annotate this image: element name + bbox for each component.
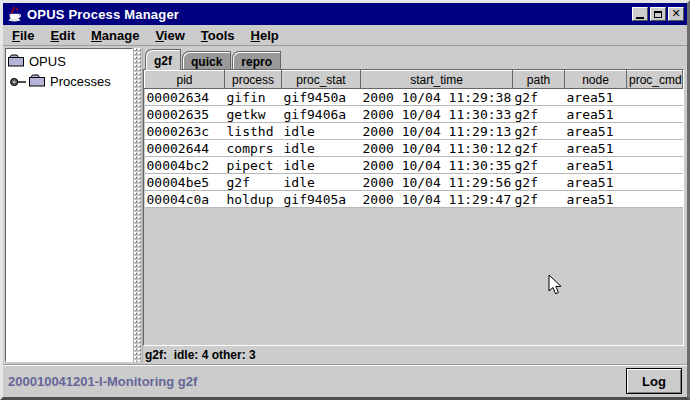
- tree-item-label: Processes: [50, 74, 111, 89]
- split-pane-divider[interactable]: [133, 48, 143, 362]
- column-header-path[interactable]: path: [513, 71, 565, 89]
- table-row[interactable]: 00004be5g2fidle2000 10/04 11:29:56g2fare…: [145, 174, 683, 191]
- table-row[interactable]: 00004bc2pipectidle2000 10/04 11:30:35g2f…: [145, 157, 683, 174]
- table-row[interactable]: 00002634gifingif9450a2000 10/04 11:29:38…: [145, 89, 683, 106]
- tab-quick[interactable]: quick: [182, 51, 231, 69]
- column-header-start_time[interactable]: start_time: [361, 71, 513, 89]
- tree-item-opus[interactable]: OPUS: [8, 53, 130, 70]
- table-cell: idle: [282, 157, 361, 174]
- main-content: OPUS Processes: [3, 46, 687, 364]
- table-cell: [627, 123, 683, 140]
- table-cell: [627, 191, 683, 208]
- java-cup-icon: [6, 5, 24, 23]
- table-cell: gifin: [225, 89, 282, 106]
- process-panel: g2fquickrepro pidprocessproc_statstart_t…: [143, 48, 684, 364]
- process-table: pidprocessproc_statstart_timepathnodepro…: [144, 70, 683, 208]
- table-cell: 00002634: [145, 89, 225, 106]
- title-bar: OPUS Process Manager ✕: [3, 3, 687, 25]
- table-cell: comprs: [225, 140, 282, 157]
- table-cell: 00002635: [145, 106, 225, 123]
- table-cell: 2000 10/04 11:30:35: [361, 157, 513, 174]
- table-row[interactable]: 00002644comprsidle2000 10/04 11:30:12g2f…: [145, 140, 683, 157]
- table-cell: 2000 10/04 11:30:12: [361, 140, 513, 157]
- table-row[interactable]: 00004c0aholdupgif9405a2000 10/04 11:29:4…: [145, 191, 683, 208]
- tree-expander-icon[interactable]: [10, 77, 27, 87]
- column-header-proc_cmd[interactable]: proc_cmd: [627, 71, 683, 89]
- tab-g2f[interactable]: g2f: [145, 49, 181, 70]
- menu-item-tools[interactable]: Tools: [196, 26, 244, 45]
- window-controls: ✕: [632, 7, 684, 21]
- window-title: OPUS Process Manager: [27, 7, 179, 22]
- table-cell: gif9450a: [282, 89, 361, 106]
- table-cell: area51: [565, 123, 627, 140]
- table-cell: g2f: [513, 140, 565, 157]
- minimize-icon: [636, 17, 644, 19]
- table-cell: gif9406a: [282, 106, 361, 123]
- table-cell: area51: [565, 89, 627, 106]
- folder-icon: [8, 54, 25, 70]
- table-row[interactable]: 0000263clisthdidle2000 10/04 11:29:13g2f…: [145, 123, 683, 140]
- table-cell: g2f: [513, 123, 565, 140]
- table-cell: 00004c0a: [145, 191, 225, 208]
- table-cell: 2000 10/04 11:29:47: [361, 191, 513, 208]
- menu-item-help[interactable]: Help: [246, 26, 288, 45]
- table-cell: g2f: [225, 174, 282, 191]
- table-cell: 00004bc2: [145, 157, 225, 174]
- table-cell: 2000 10/04 11:29:56: [361, 174, 513, 191]
- table-cell: getkw: [225, 106, 282, 123]
- table-row[interactable]: 00002635getkwgif9406a2000 10/04 11:30:33…: [145, 106, 683, 123]
- table-cell: g2f: [513, 174, 565, 191]
- table-cell: 2000 10/04 11:30:33: [361, 106, 513, 123]
- menu-item-edit[interactable]: Edit: [45, 26, 84, 45]
- table-cell: area51: [565, 157, 627, 174]
- table-cell: 2000 10/04 11:29:38: [361, 89, 513, 106]
- tree-item-processes[interactable]: Processes: [8, 73, 130, 90]
- summary-line: g2f: idle: 4 other: 3: [143, 346, 684, 364]
- status-bar: 200010041201-I-Monitoring g2f Log: [3, 364, 687, 397]
- column-header-process[interactable]: process: [225, 71, 282, 89]
- table-cell: 0000263c: [145, 123, 225, 140]
- column-header-node[interactable]: node: [565, 71, 627, 89]
- table-cell: g2f: [513, 191, 565, 208]
- table-cell: area51: [565, 174, 627, 191]
- maximize-icon: [654, 11, 662, 18]
- tree-panel: OPUS Processes: [5, 48, 133, 362]
- table-cell: [627, 140, 683, 157]
- table-cell: idle: [282, 140, 361, 157]
- table-cell: holdup: [225, 191, 282, 208]
- table-cell: [627, 89, 683, 106]
- minimize-button[interactable]: [632, 7, 648, 21]
- table-header-row: pidprocessproc_statstart_timepathnodepro…: [145, 71, 683, 89]
- table-cell: area51: [565, 191, 627, 208]
- table-cell: g2f: [513, 157, 565, 174]
- table-cell: pipect: [225, 157, 282, 174]
- app-window: OPUS Process Manager ✕ FileEditManageVie…: [0, 0, 690, 400]
- tab-repro[interactable]: repro: [232, 51, 281, 69]
- menu-item-file[interactable]: File: [7, 26, 43, 45]
- menu-bar: FileEditManageViewToolsHelp: [3, 25, 687, 46]
- tree-item-label: OPUS: [29, 54, 66, 69]
- folder-icon: [29, 74, 46, 90]
- menu-item-view[interactable]: View: [150, 26, 193, 45]
- table-cell: listhd: [225, 123, 282, 140]
- table-cell: 2000 10/04 11:29:13: [361, 123, 513, 140]
- close-icon: ✕: [671, 9, 680, 19]
- table-cell: gif9405a: [282, 191, 361, 208]
- table-cell: g2f: [513, 89, 565, 106]
- tab-strip: g2fquickrepro: [143, 48, 684, 69]
- column-header-pid[interactable]: pid: [145, 71, 225, 89]
- table-cell: idle: [282, 123, 361, 140]
- table-cell: g2f: [513, 106, 565, 123]
- status-message: 200010041201-I-Monitoring g2f: [8, 374, 197, 389]
- table-cell: area51: [565, 140, 627, 157]
- table-cell: [627, 174, 683, 191]
- log-button[interactable]: Log: [626, 368, 682, 394]
- column-header-proc_stat[interactable]: proc_stat: [282, 71, 361, 89]
- maximize-button[interactable]: [650, 7, 666, 21]
- menu-item-manage[interactable]: Manage: [86, 26, 148, 45]
- close-button[interactable]: ✕: [668, 7, 684, 21]
- table-cell: [627, 106, 683, 123]
- table-cell: area51: [565, 106, 627, 123]
- table-cell: 00004be5: [145, 174, 225, 191]
- table-cell: 00002644: [145, 140, 225, 157]
